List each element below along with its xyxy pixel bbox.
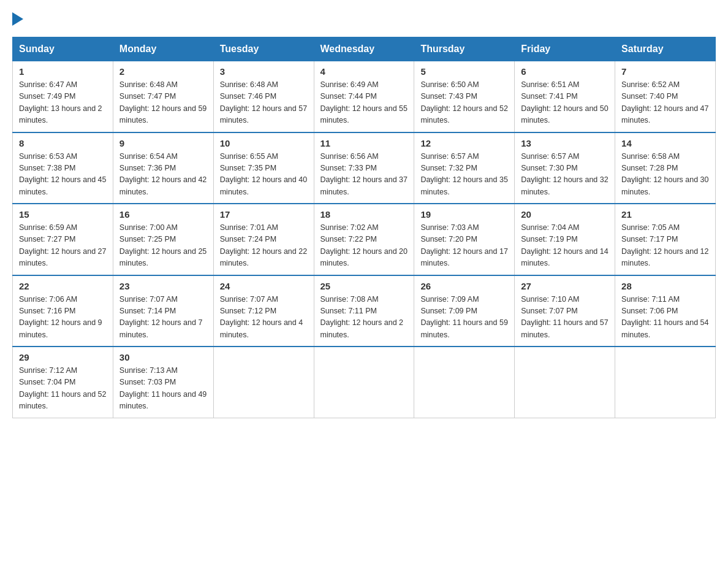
logo bbox=[12, 12, 23, 26]
day-number: 1 bbox=[19, 66, 107, 77]
day-number: 22 bbox=[19, 281, 107, 291]
day-number: 3 bbox=[220, 66, 308, 77]
day-info: Sunrise: 6:57 AMSunset: 7:32 PMDaylight:… bbox=[420, 152, 507, 196]
calendar-cell bbox=[515, 347, 615, 418]
day-info: Sunrise: 6:55 AMSunset: 7:35 PMDaylight:… bbox=[220, 152, 307, 196]
day-info: Sunrise: 7:02 AMSunset: 7:22 PMDaylight:… bbox=[320, 223, 408, 267]
calendar-week-row: 15Sunrise: 6:59 AMSunset: 7:27 PMDayligh… bbox=[13, 204, 716, 275]
calendar-header-row: SundayMondayTuesdayWednesdayThursdayFrid… bbox=[13, 37, 716, 61]
calendar-cell: 29Sunrise: 7:12 AMSunset: 7:04 PMDayligh… bbox=[13, 347, 113, 418]
header-saturday: Saturday bbox=[615, 37, 716, 61]
day-number: 25 bbox=[320, 281, 408, 291]
day-number: 2 bbox=[119, 66, 207, 77]
calendar-cell: 9Sunrise: 6:54 AMSunset: 7:36 PMDaylight… bbox=[113, 132, 213, 204]
calendar-cell: 23Sunrise: 7:07 AMSunset: 7:14 PMDayligh… bbox=[113, 275, 213, 347]
day-info: Sunrise: 7:03 AMSunset: 7:20 PMDaylight:… bbox=[420, 223, 507, 267]
calendar-cell: 15Sunrise: 6:59 AMSunset: 7:27 PMDayligh… bbox=[13, 204, 113, 275]
calendar-week-row: 22Sunrise: 7:06 AMSunset: 7:16 PMDayligh… bbox=[13, 275, 716, 347]
calendar-cell: 21Sunrise: 7:05 AMSunset: 7:17 PMDayligh… bbox=[615, 204, 716, 275]
day-info: Sunrise: 6:59 AMSunset: 7:27 PMDaylight:… bbox=[19, 223, 106, 267]
calendar-cell: 13Sunrise: 6:57 AMSunset: 7:30 PMDayligh… bbox=[515, 132, 615, 204]
calendar-cell: 18Sunrise: 7:02 AMSunset: 7:22 PMDayligh… bbox=[314, 204, 414, 275]
calendar-cell: 8Sunrise: 6:53 AMSunset: 7:38 PMDaylight… bbox=[13, 132, 113, 204]
calendar-week-row: 1Sunrise: 6:47 AMSunset: 7:49 PMDaylight… bbox=[13, 61, 716, 132]
day-info: Sunrise: 7:10 AMSunset: 7:07 PMDaylight:… bbox=[521, 295, 608, 339]
day-info: Sunrise: 7:11 AMSunset: 7:06 PMDaylight:… bbox=[621, 295, 708, 339]
day-info: Sunrise: 7:08 AMSunset: 7:11 PMDaylight:… bbox=[320, 295, 404, 339]
day-info: Sunrise: 6:57 AMSunset: 7:30 PMDaylight:… bbox=[521, 152, 608, 196]
page-header bbox=[12, 12, 716, 26]
calendar-cell bbox=[615, 347, 716, 418]
day-number: 10 bbox=[220, 138, 308, 148]
day-number: 16 bbox=[119, 209, 207, 220]
calendar-cell: 16Sunrise: 7:00 AMSunset: 7:25 PMDayligh… bbox=[113, 204, 213, 275]
header-friday: Friday bbox=[515, 37, 615, 61]
day-info: Sunrise: 6:51 AMSunset: 7:41 PMDaylight:… bbox=[521, 80, 608, 124]
day-number: 21 bbox=[621, 209, 709, 220]
calendar-cell: 20Sunrise: 7:04 AMSunset: 7:19 PMDayligh… bbox=[515, 204, 615, 275]
day-info: Sunrise: 6:58 AMSunset: 7:28 PMDaylight:… bbox=[621, 152, 708, 196]
calendar-cell bbox=[314, 347, 414, 418]
day-info: Sunrise: 7:07 AMSunset: 7:12 PMDaylight:… bbox=[220, 295, 303, 339]
calendar-cell: 10Sunrise: 6:55 AMSunset: 7:35 PMDayligh… bbox=[213, 132, 314, 204]
header-tuesday: Tuesday bbox=[213, 37, 314, 61]
day-number: 28 bbox=[621, 281, 709, 291]
day-number: 27 bbox=[521, 281, 609, 291]
calendar-cell: 17Sunrise: 7:01 AMSunset: 7:24 PMDayligh… bbox=[213, 204, 314, 275]
day-info: Sunrise: 7:06 AMSunset: 7:16 PMDaylight:… bbox=[19, 295, 102, 339]
day-info: Sunrise: 6:52 AMSunset: 7:40 PMDaylight:… bbox=[621, 80, 708, 124]
day-number: 23 bbox=[119, 281, 207, 291]
day-number: 15 bbox=[19, 209, 107, 220]
logo-triangle-icon bbox=[12, 12, 23, 26]
day-number: 7 bbox=[621, 66, 709, 77]
calendar-cell: 1Sunrise: 6:47 AMSunset: 7:49 PMDaylight… bbox=[13, 61, 113, 132]
day-number: 9 bbox=[119, 138, 207, 148]
day-info: Sunrise: 7:05 AMSunset: 7:17 PMDaylight:… bbox=[621, 223, 708, 267]
calendar-cell: 27Sunrise: 7:10 AMSunset: 7:07 PMDayligh… bbox=[515, 275, 615, 347]
day-number: 4 bbox=[320, 66, 408, 77]
calendar-week-row: 8Sunrise: 6:53 AMSunset: 7:38 PMDaylight… bbox=[13, 132, 716, 204]
calendar-cell: 22Sunrise: 7:06 AMSunset: 7:16 PMDayligh… bbox=[13, 275, 113, 347]
day-info: Sunrise: 6:49 AMSunset: 7:44 PMDaylight:… bbox=[320, 80, 408, 124]
calendar-cell: 28Sunrise: 7:11 AMSunset: 7:06 PMDayligh… bbox=[615, 275, 716, 347]
calendar-cell: 24Sunrise: 7:07 AMSunset: 7:12 PMDayligh… bbox=[213, 275, 314, 347]
day-number: 6 bbox=[521, 66, 609, 77]
calendar-cell: 6Sunrise: 6:51 AMSunset: 7:41 PMDaylight… bbox=[515, 61, 615, 132]
day-info: Sunrise: 6:47 AMSunset: 7:49 PMDaylight:… bbox=[19, 80, 102, 124]
day-info: Sunrise: 7:09 AMSunset: 7:09 PMDaylight:… bbox=[420, 295, 507, 339]
day-number: 13 bbox=[521, 138, 609, 148]
day-number: 17 bbox=[220, 209, 308, 220]
day-info: Sunrise: 7:13 AMSunset: 7:03 PMDaylight:… bbox=[119, 366, 207, 410]
day-info: Sunrise: 6:56 AMSunset: 7:33 PMDaylight:… bbox=[320, 152, 408, 196]
calendar-cell: 12Sunrise: 6:57 AMSunset: 7:32 PMDayligh… bbox=[414, 132, 515, 204]
day-number: 11 bbox=[320, 138, 408, 148]
day-info: Sunrise: 7:12 AMSunset: 7:04 PMDaylight:… bbox=[19, 366, 106, 410]
day-number: 26 bbox=[420, 281, 508, 291]
day-number: 8 bbox=[19, 138, 107, 148]
day-info: Sunrise: 6:53 AMSunset: 7:38 PMDaylight:… bbox=[19, 152, 106, 196]
calendar-cell: 2Sunrise: 6:48 AMSunset: 7:47 PMDaylight… bbox=[113, 61, 213, 132]
calendar-cell: 4Sunrise: 6:49 AMSunset: 7:44 PMDaylight… bbox=[314, 61, 414, 132]
calendar-cell: 26Sunrise: 7:09 AMSunset: 7:09 PMDayligh… bbox=[414, 275, 515, 347]
day-info: Sunrise: 7:01 AMSunset: 7:24 PMDaylight:… bbox=[220, 223, 307, 267]
calendar-cell: 19Sunrise: 7:03 AMSunset: 7:20 PMDayligh… bbox=[414, 204, 515, 275]
day-number: 5 bbox=[420, 66, 508, 77]
header-sunday: Sunday bbox=[13, 37, 113, 61]
calendar-cell bbox=[414, 347, 515, 418]
day-info: Sunrise: 6:50 AMSunset: 7:43 PMDaylight:… bbox=[420, 80, 507, 124]
calendar-cell: 7Sunrise: 6:52 AMSunset: 7:40 PMDaylight… bbox=[615, 61, 716, 132]
header-monday: Monday bbox=[113, 37, 213, 61]
header-wednesday: Wednesday bbox=[314, 37, 414, 61]
day-info: Sunrise: 6:48 AMSunset: 7:47 PMDaylight:… bbox=[119, 80, 207, 124]
calendar-table: SundayMondayTuesdayWednesdayThursdayFrid… bbox=[12, 37, 716, 418]
svg-marker-0 bbox=[12, 12, 23, 26]
header-thursday: Thursday bbox=[414, 37, 515, 61]
day-info: Sunrise: 7:04 AMSunset: 7:19 PMDaylight:… bbox=[521, 223, 608, 267]
calendar-week-row: 29Sunrise: 7:12 AMSunset: 7:04 PMDayligh… bbox=[13, 347, 716, 418]
day-info: Sunrise: 7:00 AMSunset: 7:25 PMDaylight:… bbox=[119, 223, 207, 267]
day-number: 14 bbox=[621, 138, 709, 148]
day-number: 30 bbox=[119, 352, 207, 362]
day-number: 18 bbox=[320, 209, 408, 220]
day-number: 12 bbox=[420, 138, 508, 148]
day-number: 20 bbox=[521, 209, 609, 220]
